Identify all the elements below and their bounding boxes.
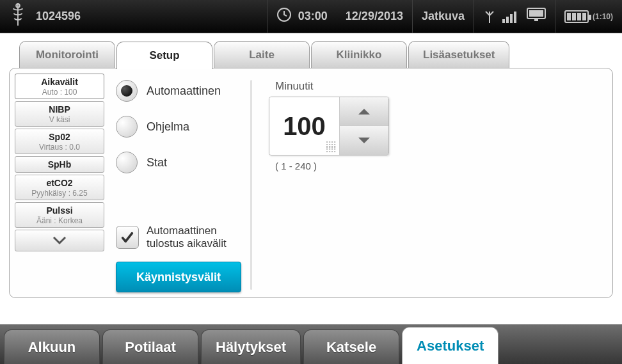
tab-device[interactable]: Laite	[214, 41, 310, 68]
battery-indicator[interactable]: (1:10)	[564, 10, 613, 23]
bottom-nav: Alkuun Potilaat Hälytykset Katsele Asetu…	[0, 324, 622, 364]
minutes-value-field[interactable]: 100 ⠿⠿⠿⠿	[269, 97, 340, 155]
svg-rect-5	[529, 10, 543, 17]
clock-time: 03:00	[298, 10, 328, 23]
side-list-scroll-down[interactable]	[15, 230, 104, 251]
chevron-up-icon	[357, 107, 371, 116]
display-icon	[527, 8, 546, 25]
radio-program[interactable]: Ohjelma	[116, 116, 250, 138]
keypad-icon: ⠿⠿⠿⠿	[325, 143, 335, 152]
radio-automatic[interactable]: Automaattinen	[116, 80, 250, 102]
top-bar: 1024596 03:00 12/29/2013 Jatkuva	[0, 0, 622, 33]
intervals-content: Automaattinen Ohjelma Stat Automaattinen	[104, 68, 612, 297]
minutes-label: Minuutit	[275, 80, 389, 93]
antenna-icon	[483, 9, 496, 24]
tab-clinician[interactable]: Kliinikko	[311, 41, 407, 68]
nav-alarms[interactable]: Hälytykset	[201, 329, 301, 364]
start-intervals-button[interactable]: Käynnistysvälit	[116, 262, 241, 292]
side-item-sphb[interactable]: SpHb	[15, 156, 104, 173]
setup-side-list: Aikavälit Auto : 100 NIBP V käsi Sp02 Vi…	[10, 68, 104, 297]
check-icon	[120, 230, 134, 244]
minutes-increment[interactable]	[340, 97, 388, 126]
minutes-stepper: 100 ⠿⠿⠿⠿	[269, 97, 389, 155]
chevron-down-icon	[357, 136, 371, 145]
minutes-range: ( 1 - 240 )	[275, 161, 389, 171]
tab-advanced[interactable]: Lisäasetukset	[408, 41, 509, 68]
chevron-down-icon	[52, 236, 67, 245]
nav-patients[interactable]: Potilaat	[102, 329, 198, 364]
minutes-decrement[interactable]	[340, 126, 388, 155]
tab-monitoring[interactable]: Monitorointi	[19, 41, 115, 68]
main-area: Monitorointi Setup Laite Kliinikko Lisäa…	[0, 33, 622, 324]
setup-tab-row: Monitorointi Setup Laite Kliinikko Lisäa…	[0, 41, 622, 68]
checkbox-auto-print[interactable]: Automaattinen tulostus aikavälit	[116, 225, 250, 250]
radio-stat[interactable]: Stat	[116, 152, 250, 173]
battery-icon	[564, 10, 589, 23]
tab-setup[interactable]: Setup	[116, 42, 212, 69]
side-item-nibp[interactable]: NIBP V käsi	[15, 101, 104, 127]
nav-review[interactable]: Katsele	[303, 329, 399, 364]
medical-caduceus-icon	[9, 3, 27, 30]
signal-bars-icon	[502, 10, 516, 23]
radio-icon	[116, 116, 138, 138]
device-id: 1024596	[36, 10, 81, 23]
svg-rect-6	[534, 19, 538, 21]
checkbox-icon	[116, 226, 139, 249]
nav-settings[interactable]: Asetukset	[402, 327, 498, 364]
nav-home[interactable]: Alkuun	[4, 329, 100, 364]
side-item-spo2[interactable]: Sp02 Virtaus : 0.0	[15, 129, 104, 154]
side-item-etco2[interactable]: etCO2 Pyyhkäisy : 6.25	[15, 175, 104, 200]
clock-icon	[276, 7, 292, 26]
side-item-pulse[interactable]: Pulssi Ääni : Korkea	[15, 202, 104, 228]
setup-panel: Aikavälit Auto : 100 NIBP V käsi Sp02 Vi…	[9, 68, 613, 298]
radio-icon	[116, 152, 138, 173]
battery-ratio: (1:10)	[593, 12, 613, 21]
side-item-intervals[interactable]: Aikavälit Auto : 100	[15, 74, 104, 99]
mode-indicator[interactable]: Jatkuva	[413, 0, 474, 33]
clock-area[interactable]: 03:00 12/29/2013	[267, 0, 412, 33]
vertical-divider	[250, 80, 252, 290]
clock-date: 12/29/2013	[346, 10, 403, 23]
radio-icon	[116, 80, 138, 102]
